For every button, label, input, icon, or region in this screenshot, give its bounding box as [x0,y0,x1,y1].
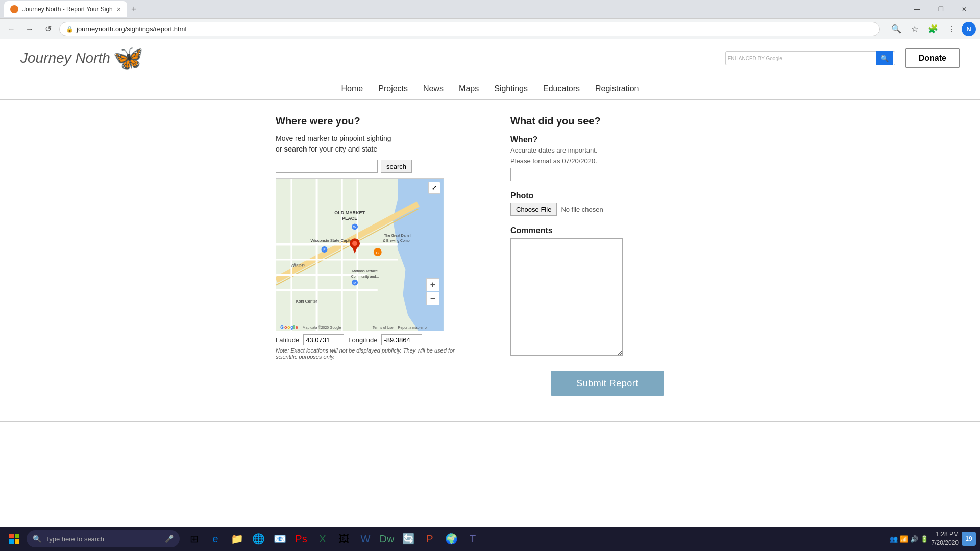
browser-tab[interactable]: Journey North - Report Your Sigh × [4,1,127,17]
latitude-label: Latitude [276,336,299,344]
when-sublabel2: Please format as 07/20/2020. [510,157,704,165]
footer-divider [0,421,980,422]
minimize-button[interactable]: — [905,0,929,18]
google-search-label: ENHANCED BY Google [728,56,782,61]
svg-text:M: M [353,281,356,285]
comments-label: Comments [510,226,704,235]
nav-item-projects[interactable]: Projects [378,84,408,93]
google-search-box: ENHANCED BY Google 🔍 [725,51,895,65]
bookmark-star-btn[interactable]: ☆ [906,21,923,37]
comments-textarea[interactable] [510,238,623,356]
main-content: Where were you? Move red marker to pinpo… [184,100,796,411]
donate-button[interactable]: Donate [905,48,960,68]
no-file-text: No file chosen [561,206,603,213]
more-menu-btn[interactable]: ⋮ [943,21,960,37]
submit-report-button[interactable]: Submit Report [551,371,664,396]
back-button[interactable]: ← [4,22,18,36]
close-button[interactable]: ✕ [952,0,976,18]
svg-point-24 [352,241,357,246]
svg-text:Terms of Use: Terms of Use [373,325,394,329]
logo-text: Journey North [20,50,110,66]
what-title: What did you see? [510,115,704,127]
latitude-input[interactable] [303,334,344,345]
location-instructions: Move red marker to pinpoint sighting or … [276,133,470,155]
nav-item-educators[interactable]: Educators [543,84,580,93]
site-header: Journey North 🦋 ENHANCED BY Google 🔍 Don… [0,39,980,78]
maximize-button[interactable]: ❐ [929,0,952,18]
photo-row: Choose File No file chosen [510,203,704,216]
location-note: Note: Exact locations will not be displa… [276,347,470,360]
svg-text:Community and...: Community and... [351,274,379,279]
new-tab-button[interactable]: + [131,4,137,15]
page-content: Journey North 🦋 ENHANCED BY Google 🔍 Don… [0,39,980,427]
choose-file-button[interactable]: Choose File [510,203,557,216]
svg-text:The Great Dane I: The Great Dane I [384,234,412,237]
address-bar[interactable]: 🔒 journeynorth.org/sightings/report.html [59,22,880,36]
longitude-input[interactable] [381,334,422,345]
svg-text:Kohl Center: Kohl Center [296,299,317,304]
forward-button[interactable]: → [22,22,37,36]
city-search-button[interactable]: search [381,160,412,173]
left-panel: Where were you? Move red marker to pinpo… [276,115,470,396]
city-search-row: search [276,160,470,173]
longitude-label: Longitude [348,336,377,344]
svg-text:g: g [290,324,293,330]
svg-text:OLD MARKET: OLD MARKET [334,210,365,215]
tab-close-btn[interactable]: × [117,5,121,13]
security-lock-icon: 🔒 [66,26,74,33]
svg-text:l: l [293,324,295,330]
when-label: When? [510,135,704,144]
header-right: ENHANCED BY Google 🔍 Donate [725,48,960,68]
browser-toolbar: 🔍 ☆ 🧩 ⋮ N [888,21,976,37]
svg-text:G: G [376,251,379,255]
right-panel: What did you see? When? Accurate dates a… [510,115,704,396]
svg-text:e: e [296,324,298,330]
nav-item-maps[interactable]: Maps [459,84,479,93]
svg-text:Wisconsin State Capitol: Wisconsin State Capitol [310,238,353,243]
when-sublabel1: Accurate dates are important. [510,146,704,154]
search-icon-btn[interactable]: 🔍 [888,21,904,37]
tab-title: Journey North - Report Your Sigh [22,6,113,13]
date-input[interactable] [510,168,602,181]
profile-button[interactable]: N [962,22,976,36]
svg-text:P: P [323,248,326,252]
svg-text:G: G [280,324,284,330]
google-search-input[interactable] [785,55,876,62]
svg-text:dison: dison [291,262,305,268]
comments-field-group: Comments [510,226,704,356]
window-controls: — ❐ ✕ [905,0,976,18]
site-logo[interactable]: Journey North 🦋 [20,44,143,72]
nav-item-home[interactable]: Home [341,84,363,93]
nav-item-news[interactable]: News [423,84,444,93]
svg-text:W: W [353,225,357,229]
map-container[interactable]: OLD MARKET PLACE Wisconsin State Capitol… [276,178,444,331]
site-nav: Home Projects News Maps Sightings Educat… [0,78,980,99]
url-text: journeynorth.org/sightings/report.html [77,25,873,33]
nav-item-registration[interactable]: Registration [595,84,639,93]
reload-button[interactable]: ↺ [41,22,55,36]
where-title: Where were you? [276,115,470,127]
tab-favicon [10,5,18,13]
instruction-search-word: search [284,145,307,153]
photo-label: Photo [510,191,704,201]
photo-field-group: Photo Choose File No file chosen [510,191,704,216]
instruction-or: or [276,145,282,153]
svg-text:Map data ©2020 Google: Map data ©2020 Google [303,325,341,330]
when-field-group: When? Accurate dates are important. Plea… [510,135,704,181]
map-zoom-controls: + − [426,278,439,305]
map-expand-button[interactable]: ⤢ [428,182,440,194]
google-search-button[interactable]: 🔍 [876,51,893,65]
svg-text:Report a map error: Report a map error [398,325,428,330]
nav-item-sightings[interactable]: Sightings [494,84,528,93]
instruction-line3: for your city and state [309,145,377,153]
city-search-input[interactable] [276,160,378,173]
latlng-row: Latitude Longitude [276,334,470,345]
zoom-in-button[interactable]: + [426,278,439,291]
zoom-out-button[interactable]: − [426,292,439,305]
instruction-line1: Move red marker to pinpoint sighting [276,134,391,142]
svg-text:& Brewing Comp...: & Brewing Comp... [383,239,413,243]
map-svg: OLD MARKET PLACE Wisconsin State Capitol… [276,179,444,331]
submit-row: Submit Report [510,371,704,396]
extension-puzzle-btn[interactable]: 🧩 [925,21,941,37]
svg-text:Monona Terrace: Monona Terrace [352,269,378,273]
